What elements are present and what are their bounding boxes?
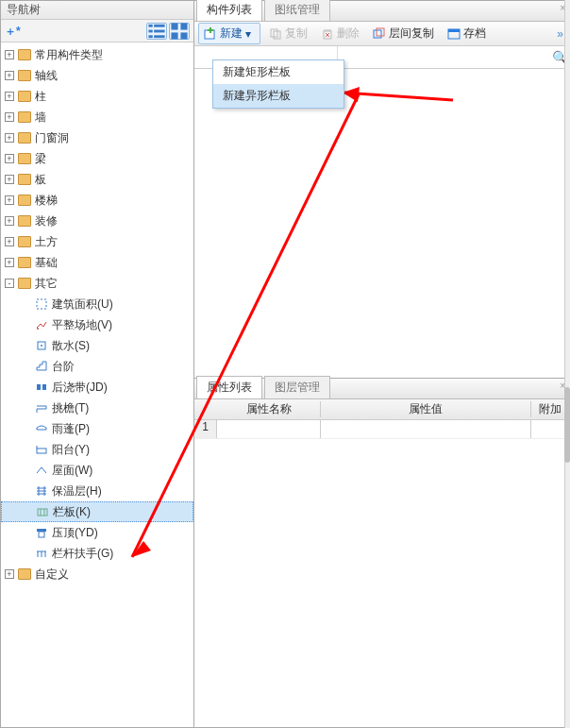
roof-icon — [35, 464, 48, 477]
area-icon — [35, 297, 48, 311]
svg-point-13 — [41, 345, 42, 347]
prop-value-cell[interactable] — [321, 420, 531, 438]
nav-tree-title: 导航树 — [7, 2, 41, 18]
expand-icon[interactable]: + — [5, 195, 14, 205]
tree-folder[interactable]: +梁 — [1, 148, 193, 169]
folder-icon — [18, 153, 31, 164]
tree-label: 梁 — [35, 151, 46, 167]
archive-button[interactable]: 存档 — [443, 24, 491, 43]
tree-item[interactable]: 雨蓬(P) — [1, 418, 193, 439]
expand-icon[interactable]: + — [5, 71, 14, 80]
tab[interactable]: 属性列表 — [196, 376, 262, 398]
prop-extra-cell[interactable] — [531, 420, 569, 438]
tree-folder[interactable]: +墙 — [1, 107, 193, 127]
tree-label: 自定义 — [35, 567, 69, 583]
folder-icon — [18, 174, 31, 185]
expand-icon[interactable]: + — [5, 112, 14, 122]
component-toolbar: 新建 ▾ 复制 删除 层间复制 存档 » — [194, 22, 569, 46]
tree-folder[interactable]: +板 — [1, 169, 193, 190]
tree-item[interactable]: 栏板(K) — [1, 501, 193, 522]
tree-item[interactable]: 保温层(H) — [1, 481, 193, 501]
view-list-button[interactable] — [146, 23, 167, 40]
tree-folder[interactable]: +柱 — [1, 86, 193, 107]
expand-icon[interactable]: + — [5, 569, 14, 579]
component-tabs: 构件列表图纸管理× — [194, 1, 569, 22]
component-list-body[interactable] — [194, 69, 569, 378]
tree-folder[interactable]: +装修 — [1, 211, 193, 231]
expand-icon[interactable]: + — [5, 216, 14, 226]
delete-button[interactable]: 删除 — [316, 24, 364, 43]
level-icon — [35, 318, 48, 331]
floor-copy-label: 层间复制 — [389, 25, 434, 42]
tab[interactable]: 图纸管理 — [264, 0, 330, 21]
tree-item[interactable]: 阳台(Y) — [1, 439, 193, 460]
new-label: 新建 — [220, 25, 243, 42]
tree-label: 常用构件类型 — [35, 47, 103, 63]
svg-rect-9 — [180, 32, 187, 39]
insulation-icon — [35, 484, 48, 498]
tree-item[interactable]: 压顶(YD) — [1, 522, 193, 543]
tree-label: 屋面(W) — [52, 463, 92, 479]
right-scrollbar-thumb[interactable] — [564, 387, 570, 463]
handrail-icon — [35, 547, 48, 560]
postcast-icon — [35, 381, 48, 394]
expand-icon[interactable]: + — [5, 258, 14, 267]
copy-button[interactable]: 复制 — [264, 24, 312, 43]
expand-icon[interactable]: + — [5, 50, 14, 59]
menu-item[interactable]: 新建矩形栏板 — [213, 60, 344, 84]
expand-icon[interactable]: + — [5, 133, 14, 143]
folder-icon — [18, 132, 31, 144]
folder-icon — [18, 195, 31, 206]
tree-folder[interactable]: +轴线 — [1, 65, 193, 86]
tree-folder[interactable]: +楼梯 — [1, 190, 193, 211]
tree-folder[interactable]: +基础 — [1, 252, 193, 273]
tree-folder[interactable]: +土方 — [1, 231, 193, 252]
add-icon[interactable]: ＋* — [5, 24, 22, 39]
tab[interactable]: 构件列表 — [196, 0, 262, 21]
tree-item[interactable]: 栏杆扶手(G) — [1, 543, 193, 564]
nav-tree-panel: 导航树 ＋* +常用构件类型+轴线+柱+墙+门窗洞+梁+板+楼梯+装修+土方+基… — [0, 0, 194, 728]
right-scrollbar-track[interactable] — [564, 0, 570, 728]
tree-item[interactable]: 后浇带(JD) — [1, 377, 193, 398]
expand-icon[interactable]: + — [5, 175, 14, 184]
expand-icon[interactable]: + — [5, 237, 14, 246]
view-grid-button[interactable] — [169, 23, 190, 40]
tree-label: 楼梯 — [35, 193, 58, 209]
right-panel: 构件列表图纸管理× 新建 ▾ 复制 删除 层间复制 存档 — [194, 0, 570, 728]
nav-tree[interactable]: +常用构件类型+轴线+柱+墙+门窗洞+梁+板+楼梯+装修+土方+基础-其它建筑面… — [1, 42, 193, 727]
expand-icon[interactable]: + — [5, 154, 14, 163]
tree-item[interactable]: 屋面(W) — [1, 460, 193, 481]
tree-folder[interactable]: +常用构件类型 — [1, 44, 193, 65]
prop-name-cell[interactable] — [217, 420, 321, 438]
tree-item[interactable]: 建筑面积(U) — [1, 294, 193, 314]
tree-item[interactable]: 平整场地(V) — [1, 314, 193, 335]
search-input[interactable] — [338, 46, 550, 68]
folder-icon — [18, 236, 31, 247]
tree-label: 台阶 — [52, 359, 75, 375]
svg-rect-1 — [154, 24, 164, 26]
delete-icon — [321, 27, 334, 41]
svg-rect-17 — [37, 449, 46, 453]
tree-label: 压顶(YD) — [52, 525, 98, 541]
tree-folder[interactable]: +门窗洞 — [1, 127, 193, 148]
tab[interactable]: 图层管理 — [264, 376, 330, 398]
tree-label: 土方 — [35, 234, 58, 250]
floor-copy-button[interactable]: 层间复制 — [368, 24, 439, 43]
expand-icon[interactable]: + — [5, 92, 14, 101]
folder-icon — [18, 257, 31, 268]
tree-item[interactable]: 台阶 — [1, 356, 193, 377]
tree-folder-other[interactable]: -其它 — [1, 273, 193, 294]
tree-item[interactable]: 散水(S) — [1, 335, 193, 356]
row-number: 1 — [194, 420, 217, 438]
collapse-icon[interactable]: - — [5, 279, 14, 288]
menu-item[interactable]: 新建异形栏板 — [213, 84, 344, 108]
tree-label: 其它 — [35, 276, 58, 292]
svg-rect-35 — [208, 29, 213, 31]
tree-label: 后浇带(JD) — [52, 380, 108, 396]
new-button[interactable]: 新建 ▾ — [198, 23, 260, 44]
tree-label: 平整场地(V) — [52, 317, 112, 333]
property-grid-body[interactable]: 1 — [194, 420, 569, 727]
property-row[interactable]: 1 — [194, 420, 569, 439]
tree-item[interactable]: 挑檐(T) — [1, 398, 193, 418]
tree-folder-custom[interactable]: +自定义 — [1, 564, 193, 584]
